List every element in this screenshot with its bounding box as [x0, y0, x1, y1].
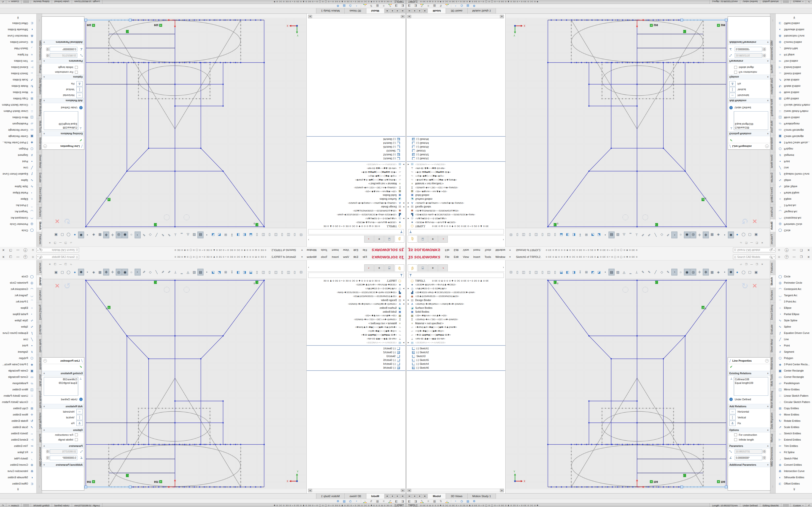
lower-toolbar-icon[interactable]: ◔ — [354, 4, 360, 8]
sketch-tool-item[interactable]: ◌ Circular Sketch Pattern — [0, 399, 36, 405]
tree-item[interactable]: ▶ ▣ Solid Bodies — [307, 310, 405, 314]
toolbar-icon[interactable]: ○ — [128, 269, 134, 276]
toolbar-icon[interactable]: ‗ — [627, 269, 633, 276]
sketch-tool-item[interactable]: ∿ Style Spline — [0, 183, 36, 190]
expand-arrow-icon[interactable]: ▶ — [407, 206, 410, 208]
sketch-tool-item[interactable]: ↔ Stretch Entities — [776, 70, 812, 77]
command-tab[interactable]: Features — [770, 260, 775, 275]
command-tab[interactable]: Mesh Modeling — [770, 97, 775, 119]
sketch-tool-item[interactable]: ⌒ 3 Point Arc — [776, 202, 812, 209]
lower-toolbar-icon[interactable]: ⌐ — [362, 4, 368, 8]
relation-item[interactable]: Equal length109 — [735, 381, 767, 385]
sketch-tool-item[interactable]: ⊛ Convert Entities — [0, 462, 36, 468]
command-tab[interactable]: Sketch — [770, 275, 775, 288]
feature-manager-tab[interactable]: ⌖ — [428, 236, 438, 243]
tree-item[interactable]: ▶ ◪ Surface Bodies — [307, 197, 405, 201]
tree-item[interactable]: ▶ ◷ ○Ʌ♟◎✚2S◦Ɛ○◦○Ɛ◦S2✚◎♟Ʌ○ — [307, 287, 405, 290]
command-tab[interactable]: Direct Editing — [770, 185, 775, 205]
add-relation-button[interactable]: ─ Horizontal — [728, 409, 770, 414]
lower-toolbar-icon[interactable]: ▤ — [465, 4, 471, 8]
tree-item[interactable]: ▶ Σ ○2SИN◎◦✚A∩□3Ɛ○◦○Ɛ3□∩A✚◦◎NИ2S○ — [307, 186, 405, 189]
add-relation-button[interactable]: ─ Horizontal — [42, 93, 84, 98]
sketch-tool-item[interactable]: ▱ Parallelogram — [0, 121, 36, 127]
toolbar-icon[interactable]: ◧ — [242, 269, 248, 276]
toolbar-icon[interactable]: ✎ — [640, 231, 646, 238]
checkbox[interactable] — [75, 66, 78, 69]
toolbar-icon[interactable]: ◉ — [122, 231, 128, 238]
toolbar-icon[interactable]: ✎ — [646, 269, 652, 276]
menu-item[interactable]: Insert — [471, 249, 483, 251]
sketch-tool-item[interactable]: ◠ Centerpoint Arc — [776, 286, 812, 292]
sketch-tool-item[interactable]: ▭ Corner Rectangle — [0, 127, 36, 133]
sketch-tool-item[interactable]: ⇗ Scale Entities — [0, 424, 36, 430]
lower-toolbar-icon[interactable]: ✎ — [387, 500, 393, 503]
command-tab[interactable]: Mesh Modeling — [37, 97, 42, 119]
document-window-button[interactable]: ▱ — [739, 263, 743, 266]
toolbar-icon[interactable]: ✜ — [703, 269, 709, 276]
document-window-button[interactable]: ▱ — [69, 263, 73, 266]
lower-toolbar-icon[interactable]: ▤ — [465, 500, 471, 503]
command-tab[interactable]: Sketch — [770, 219, 775, 232]
tree-item[interactable]: ▶ ▤ Design Binder — [407, 205, 505, 209]
feature-manager-tab[interactable]: β — [395, 264, 404, 271]
menu-item[interactable]: Edit — [351, 256, 360, 258]
sketch-tool-item[interactable]: ◠ Centerpoint Arc — [0, 215, 36, 221]
sketch-tool-item[interactable]: ◔ Partial Ellipse — [0, 311, 36, 317]
option-checkbox[interactable]: For construction — [728, 433, 770, 437]
sketch-tool-item[interactable]: ╱ Line — [776, 336, 812, 342]
toolbar-icon[interactable]: ◔ — [671, 231, 677, 238]
toolbar-icon[interactable]: ▯ — [514, 231, 520, 238]
sketch-tool-item[interactable]: ◯ Circle — [776, 273, 812, 280]
command-tab[interactable]: Weldments — [770, 355, 775, 372]
toolbar-icon[interactable]: ◪ — [210, 269, 216, 276]
sketch-tree-item[interactable]: (-) Sketch2 — [307, 350, 405, 354]
tree-item[interactable]: ▶ ▦ ○2S•∩✱♟Am○◦○mA♟✱∩•2S○ — [307, 189, 405, 193]
toolbar-icon[interactable]: ⊞ — [583, 269, 590, 276]
sketch-tree-item[interactable]: (-) Sketch6 — [407, 137, 505, 141]
sketch-tree-item[interactable]: Sketch3 — [407, 149, 505, 153]
toolbar-icon[interactable]: ⟂ — [172, 231, 179, 238]
sketch-tool-item[interactable]: ⊢ Extend Entities — [0, 64, 36, 70]
menu-item[interactable]: View — [461, 256, 471, 258]
sketch-tree-item[interactable]: (-) Sketch4 — [307, 141, 405, 145]
document-window-button[interactable]: ❐ — [64, 263, 68, 266]
collapse-icon[interactable]: ∧ — [767, 372, 769, 375]
collapse-icon[interactable]: ∧ — [43, 445, 45, 447]
add-relation-button[interactable]: ─ Horizontal — [42, 409, 84, 414]
sketch-tool-item[interactable]: ✂ Trim Entities — [0, 58, 36, 64]
sketch-tool-item[interactable]: ↻ Rotate Entities — [0, 418, 36, 424]
feature-manager-tab[interactable]: β — [408, 236, 417, 243]
toolbar-icon[interactable]: ⊡ — [298, 269, 304, 276]
toolbar-icon[interactable]: ▯ — [266, 231, 272, 238]
tab-nav-button[interactable]: ▶ — [417, 9, 422, 13]
document-window-button[interactable]: ❐ — [744, 263, 748, 266]
toolbar-icon[interactable]: ‗ — [179, 231, 185, 238]
sketch-tool-item[interactable]: ƒ Equation Driven Curve — [776, 171, 812, 177]
tab-nav-button[interactable]: ▶| — [423, 494, 427, 498]
expand-arrow-icon[interactable]: ▶ — [402, 218, 405, 219]
minimize-button[interactable]: — — [791, 248, 798, 252]
scroll-right-icon[interactable]: ▶ — [500, 15, 504, 18]
lower-toolbar-icon[interactable]: ◧ — [400, 4, 406, 8]
toolbar-icon[interactable]: ◩ — [590, 269, 596, 276]
tree-item[interactable]: ▶ A ○2SИN◎◦✚A✚◎ИNΑ○◦○ΑNИ◎✚A✚◦◎NИ2S○ — [407, 302, 505, 306]
tab-nav-button[interactable]: ▶| — [423, 9, 427, 13]
minimize-button[interactable]: — — [14, 248, 21, 252]
collapse-icon[interactable]: ∧ — [767, 429, 769, 431]
document-window-button[interactable]: ❐ — [744, 241, 748, 244]
toolbar-icon[interactable]: ⊡ — [508, 231, 514, 238]
sketch-tool-item[interactable]: ⊢ Extend Entities — [776, 64, 812, 70]
expand-arrow-icon[interactable]: ▶ — [402, 163, 405, 165]
search-input[interactable]: ◫ Search CAD Models ▾ — [37, 255, 79, 259]
collapse-icon[interactable]: ∧ — [43, 100, 45, 102]
toolbar-icon[interactable]: ✎ — [141, 269, 147, 276]
length-field[interactable]: 10.88152731 — [50, 449, 77, 454]
toolbar-icon[interactable]: ▤ — [609, 231, 615, 238]
toolbar-icon[interactable]: ▦ — [97, 231, 103, 238]
length-field[interactable]: 10.88152731 — [735, 53, 762, 58]
document-window-button[interactable]: — — [750, 263, 754, 266]
sketch-lines[interactable] — [86, 280, 264, 487]
user-account-icon[interactable]: ☺ — [29, 248, 37, 252]
units-selector[interactable]: Custom▴ — [791, 503, 806, 507]
toolbar-icon[interactable]: ◫ — [546, 269, 552, 276]
